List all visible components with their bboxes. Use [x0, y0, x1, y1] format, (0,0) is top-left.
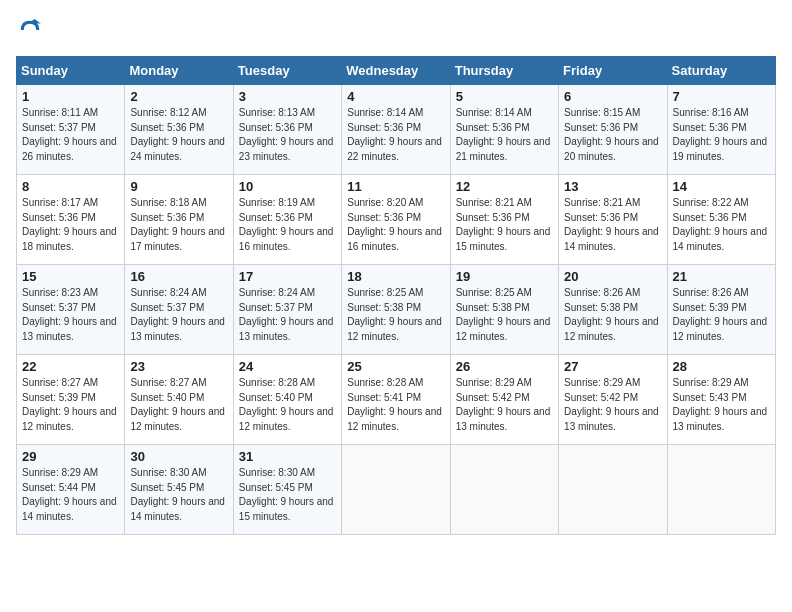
calendar-header: SundayMondayTuesdayWednesdayThursdayFrid… — [17, 57, 776, 85]
calendar-cell: 9 Sunrise: 8:18 AMSunset: 5:36 PMDayligh… — [125, 175, 233, 265]
day-detail: Sunrise: 8:29 AMSunset: 5:43 PMDaylight:… — [673, 377, 768, 432]
day-detail: Sunrise: 8:30 AMSunset: 5:45 PMDaylight:… — [239, 467, 334, 522]
day-detail: Sunrise: 8:14 AMSunset: 5:36 PMDaylight:… — [347, 107, 442, 162]
calendar-cell: 18 Sunrise: 8:25 AMSunset: 5:38 PMDaylig… — [342, 265, 450, 355]
weekday-header-friday: Friday — [559, 57, 667, 85]
day-detail: Sunrise: 8:28 AMSunset: 5:40 PMDaylight:… — [239, 377, 334, 432]
day-number: 27 — [564, 359, 661, 374]
day-detail: Sunrise: 8:18 AMSunset: 5:36 PMDaylight:… — [130, 197, 225, 252]
day-detail: Sunrise: 8:30 AMSunset: 5:45 PMDaylight:… — [130, 467, 225, 522]
calendar-cell: 13 Sunrise: 8:21 AMSunset: 5:36 PMDaylig… — [559, 175, 667, 265]
calendar-cell: 10 Sunrise: 8:19 AMSunset: 5:36 PMDaylig… — [233, 175, 341, 265]
calendar-cell: 6 Sunrise: 8:15 AMSunset: 5:36 PMDayligh… — [559, 85, 667, 175]
day-number: 21 — [673, 269, 770, 284]
day-number: 20 — [564, 269, 661, 284]
calendar-week-4: 22 Sunrise: 8:27 AMSunset: 5:39 PMDaylig… — [17, 355, 776, 445]
day-detail: Sunrise: 8:12 AMSunset: 5:36 PMDaylight:… — [130, 107, 225, 162]
day-detail: Sunrise: 8:27 AMSunset: 5:39 PMDaylight:… — [22, 377, 117, 432]
calendar-cell: 27 Sunrise: 8:29 AMSunset: 5:42 PMDaylig… — [559, 355, 667, 445]
day-detail: Sunrise: 8:14 AMSunset: 5:36 PMDaylight:… — [456, 107, 551, 162]
calendar-cell: 7 Sunrise: 8:16 AMSunset: 5:36 PMDayligh… — [667, 85, 775, 175]
calendar-table: SundayMondayTuesdayWednesdayThursdayFrid… — [16, 56, 776, 535]
calendar-cell: 12 Sunrise: 8:21 AMSunset: 5:36 PMDaylig… — [450, 175, 558, 265]
calendar-cell: 4 Sunrise: 8:14 AMSunset: 5:36 PMDayligh… — [342, 85, 450, 175]
calendar-cell: 3 Sunrise: 8:13 AMSunset: 5:36 PMDayligh… — [233, 85, 341, 175]
calendar-cell — [667, 445, 775, 535]
day-number: 10 — [239, 179, 336, 194]
calendar-week-5: 29 Sunrise: 8:29 AMSunset: 5:44 PMDaylig… — [17, 445, 776, 535]
calendar-cell — [342, 445, 450, 535]
day-detail: Sunrise: 8:27 AMSunset: 5:40 PMDaylight:… — [130, 377, 225, 432]
weekday-header-tuesday: Tuesday — [233, 57, 341, 85]
calendar-cell: 2 Sunrise: 8:12 AMSunset: 5:36 PMDayligh… — [125, 85, 233, 175]
day-detail: Sunrise: 8:23 AMSunset: 5:37 PMDaylight:… — [22, 287, 117, 342]
day-number: 28 — [673, 359, 770, 374]
day-number: 7 — [673, 89, 770, 104]
calendar-cell: 1 Sunrise: 8:11 AMSunset: 5:37 PMDayligh… — [17, 85, 125, 175]
day-number: 6 — [564, 89, 661, 104]
day-detail: Sunrise: 8:26 AMSunset: 5:38 PMDaylight:… — [564, 287, 659, 342]
day-detail: Sunrise: 8:28 AMSunset: 5:41 PMDaylight:… — [347, 377, 442, 432]
day-number: 30 — [130, 449, 227, 464]
calendar-cell — [559, 445, 667, 535]
day-number: 3 — [239, 89, 336, 104]
logo-icon — [16, 16, 44, 44]
header — [16, 16, 776, 44]
day-number: 1 — [22, 89, 119, 104]
calendar-cell: 11 Sunrise: 8:20 AMSunset: 5:36 PMDaylig… — [342, 175, 450, 265]
day-detail: Sunrise: 8:29 AMSunset: 5:42 PMDaylight:… — [564, 377, 659, 432]
weekday-header-saturday: Saturday — [667, 57, 775, 85]
day-detail: Sunrise: 8:24 AMSunset: 5:37 PMDaylight:… — [239, 287, 334, 342]
day-number: 31 — [239, 449, 336, 464]
calendar-cell: 24 Sunrise: 8:28 AMSunset: 5:40 PMDaylig… — [233, 355, 341, 445]
calendar-cell: 5 Sunrise: 8:14 AMSunset: 5:36 PMDayligh… — [450, 85, 558, 175]
day-detail: Sunrise: 8:17 AMSunset: 5:36 PMDaylight:… — [22, 197, 117, 252]
calendar-cell: 14 Sunrise: 8:22 AMSunset: 5:36 PMDaylig… — [667, 175, 775, 265]
day-number: 12 — [456, 179, 553, 194]
calendar-cell: 25 Sunrise: 8:28 AMSunset: 5:41 PMDaylig… — [342, 355, 450, 445]
day-number: 18 — [347, 269, 444, 284]
calendar-cell: 31 Sunrise: 8:30 AMSunset: 5:45 PMDaylig… — [233, 445, 341, 535]
calendar-week-2: 8 Sunrise: 8:17 AMSunset: 5:36 PMDayligh… — [17, 175, 776, 265]
day-number: 24 — [239, 359, 336, 374]
calendar-cell: 16 Sunrise: 8:24 AMSunset: 5:37 PMDaylig… — [125, 265, 233, 355]
day-number: 2 — [130, 89, 227, 104]
weekday-header-wednesday: Wednesday — [342, 57, 450, 85]
calendar-week-3: 15 Sunrise: 8:23 AMSunset: 5:37 PMDaylig… — [17, 265, 776, 355]
calendar-cell — [450, 445, 558, 535]
weekday-header-monday: Monday — [125, 57, 233, 85]
calendar-body: 1 Sunrise: 8:11 AMSunset: 5:37 PMDayligh… — [17, 85, 776, 535]
day-number: 16 — [130, 269, 227, 284]
calendar-cell: 8 Sunrise: 8:17 AMSunset: 5:36 PMDayligh… — [17, 175, 125, 265]
day-detail: Sunrise: 8:26 AMSunset: 5:39 PMDaylight:… — [673, 287, 768, 342]
calendar-cell: 22 Sunrise: 8:27 AMSunset: 5:39 PMDaylig… — [17, 355, 125, 445]
weekday-header-sunday: Sunday — [17, 57, 125, 85]
calendar-cell: 30 Sunrise: 8:30 AMSunset: 5:45 PMDaylig… — [125, 445, 233, 535]
day-detail: Sunrise: 8:13 AMSunset: 5:36 PMDaylight:… — [239, 107, 334, 162]
calendar-cell: 19 Sunrise: 8:25 AMSunset: 5:38 PMDaylig… — [450, 265, 558, 355]
weekday-header-thursday: Thursday — [450, 57, 558, 85]
day-number: 19 — [456, 269, 553, 284]
logo — [16, 16, 48, 44]
day-number: 23 — [130, 359, 227, 374]
day-detail: Sunrise: 8:25 AMSunset: 5:38 PMDaylight:… — [347, 287, 442, 342]
day-number: 14 — [673, 179, 770, 194]
calendar-cell: 28 Sunrise: 8:29 AMSunset: 5:43 PMDaylig… — [667, 355, 775, 445]
day-detail: Sunrise: 8:20 AMSunset: 5:36 PMDaylight:… — [347, 197, 442, 252]
calendar-cell: 29 Sunrise: 8:29 AMSunset: 5:44 PMDaylig… — [17, 445, 125, 535]
day-detail: Sunrise: 8:24 AMSunset: 5:37 PMDaylight:… — [130, 287, 225, 342]
day-number: 13 — [564, 179, 661, 194]
day-detail: Sunrise: 8:22 AMSunset: 5:36 PMDaylight:… — [673, 197, 768, 252]
calendar-cell: 26 Sunrise: 8:29 AMSunset: 5:42 PMDaylig… — [450, 355, 558, 445]
calendar-cell: 21 Sunrise: 8:26 AMSunset: 5:39 PMDaylig… — [667, 265, 775, 355]
day-number: 8 — [22, 179, 119, 194]
day-detail: Sunrise: 8:16 AMSunset: 5:36 PMDaylight:… — [673, 107, 768, 162]
day-detail: Sunrise: 8:25 AMSunset: 5:38 PMDaylight:… — [456, 287, 551, 342]
day-number: 25 — [347, 359, 444, 374]
calendar-cell: 15 Sunrise: 8:23 AMSunset: 5:37 PMDaylig… — [17, 265, 125, 355]
day-detail: Sunrise: 8:29 AMSunset: 5:44 PMDaylight:… — [22, 467, 117, 522]
day-detail: Sunrise: 8:21 AMSunset: 5:36 PMDaylight:… — [456, 197, 551, 252]
day-number: 17 — [239, 269, 336, 284]
day-number: 22 — [22, 359, 119, 374]
calendar-cell: 20 Sunrise: 8:26 AMSunset: 5:38 PMDaylig… — [559, 265, 667, 355]
